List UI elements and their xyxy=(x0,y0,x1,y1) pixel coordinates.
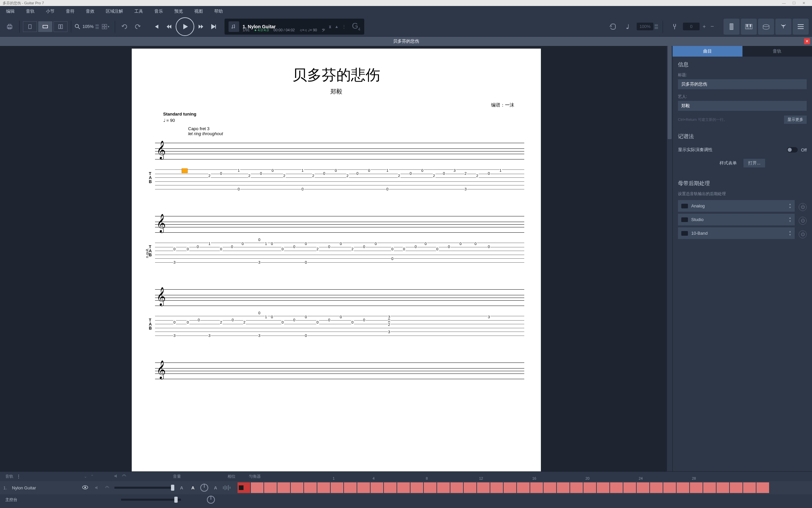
speed-value[interactable]: 100% xyxy=(637,23,653,30)
mastering-analog[interactable]: Analog ▲▼ xyxy=(678,200,795,212)
open-stylesheet-button[interactable]: 打开... xyxy=(744,159,765,167)
menu-edit[interactable]: 编辑 xyxy=(3,7,17,16)
pitch-value[interactable]: 0 xyxy=(683,23,700,30)
countdown-icon[interactable]: ⧗ xyxy=(329,24,331,29)
speed-trainer-button[interactable] xyxy=(621,19,635,34)
visibility-toggle[interactable] xyxy=(82,484,90,492)
view-horizontal[interactable] xyxy=(38,21,52,32)
pan-knob[interactable] xyxy=(200,484,208,492)
automation-write[interactable]: A xyxy=(189,484,197,492)
10band-power-button[interactable]: ⏻ xyxy=(799,230,807,238)
menu-track[interactable]: 音轨 xyxy=(23,7,37,16)
tab-close-button[interactable]: ✕ xyxy=(804,38,810,44)
collapse-down-button[interactable]: ⌄ xyxy=(84,474,87,479)
zoom-control[interactable]: 105% xyxy=(75,24,99,30)
menu-view[interactable]: 视图 xyxy=(192,7,205,16)
menu-tools[interactable]: 工具 xyxy=(132,7,146,16)
menu-sound[interactable]: 音乐 xyxy=(152,7,166,16)
tuning-toggle-label: 显示实际演奏调性 xyxy=(678,147,713,153)
tracks-menu-button[interactable]: ⋮ xyxy=(17,474,20,479)
master-pan-knob[interactable] xyxy=(207,496,215,504)
menu-bar: 编辑 音轨 小节 音符 音效 区域注解 工具 音乐 预览 视图 帮助 xyxy=(0,6,812,17)
svg-rect-19 xyxy=(747,24,748,27)
staff-system-4[interactable]: 𝄞 xyxy=(148,363,524,382)
collapse-up-button[interactable]: ⌃ xyxy=(91,474,94,479)
rewind-button[interactable] xyxy=(163,20,175,33)
play-button[interactable] xyxy=(176,17,194,36)
tab-label: TAB xyxy=(149,172,152,184)
view-vertical[interactable] xyxy=(54,21,67,32)
track-row-1[interactable]: 1. Nylon Guitar A A A xyxy=(0,481,812,494)
artist-field[interactable]: 郑毅 xyxy=(678,101,807,111)
automation-read[interactable]: A xyxy=(178,484,186,492)
mastering-10band[interactable]: 10-Band ▲▼ xyxy=(678,227,795,239)
keyboard-button[interactable] xyxy=(741,18,757,35)
undo-button[interactable] xyxy=(118,20,131,33)
menu-note[interactable]: 音符 xyxy=(63,7,77,16)
eq-header-label: 匀衡器 xyxy=(249,474,261,479)
eq-button[interactable] xyxy=(223,485,231,491)
view-mode-group xyxy=(23,21,67,32)
tuning-toggle[interactable] xyxy=(787,147,798,153)
design-mode-button[interactable]: ▾ xyxy=(99,20,111,33)
redo-button[interactable] xyxy=(131,20,144,33)
minimize-button[interactable]: — xyxy=(782,1,786,5)
master-volume-slider[interactable] xyxy=(121,499,181,501)
pitch-down[interactable]: − xyxy=(709,19,716,34)
list-icon xyxy=(796,22,805,31)
more-icon[interactable]: ⋮ xyxy=(342,24,346,29)
track-timeline[interactable] xyxy=(238,482,809,493)
panel-tab-track[interactable]: 音轨 xyxy=(743,46,812,56)
svg-point-13 xyxy=(626,28,628,29)
menu-help[interactable]: 帮助 xyxy=(211,7,226,16)
maximize-button[interactable]: ☐ xyxy=(793,1,796,5)
studio-power-button[interactable]: ⏻ xyxy=(799,217,807,225)
solo-button[interactable] xyxy=(103,484,111,492)
panel-tab-song[interactable]: 曲目 xyxy=(673,46,743,56)
mute-button[interactable] xyxy=(93,484,101,492)
mastering-studio[interactable]: Studio ▲▼ xyxy=(678,214,795,225)
menu-section[interactable]: 区域注解 xyxy=(103,7,126,16)
view-single-page[interactable] xyxy=(23,21,37,32)
fretboard-button[interactable] xyxy=(723,18,739,35)
zoom-up[interactable] xyxy=(95,24,99,26)
metronome-icon[interactable]: ▲ xyxy=(335,24,339,29)
tuner-button[interactable] xyxy=(668,19,682,34)
line-in-button[interactable] xyxy=(775,18,792,35)
master-console-row[interactable]: 主控台 A A xyxy=(0,494,812,505)
speed-up[interactable] xyxy=(655,24,658,26)
vertical-scrollbar[interactable] xyxy=(667,46,672,471)
show-more-button[interactable]: 显示更多 xyxy=(784,116,807,124)
document-tab-title[interactable]: 贝多芬的悲伤 xyxy=(393,38,419,44)
close-button[interactable]: ✕ xyxy=(802,1,805,5)
svg-rect-6 xyxy=(61,25,62,29)
pan-automation[interactable]: A xyxy=(211,484,220,492)
global-view-button[interactable] xyxy=(793,18,809,35)
score-capo: Capo fret 3 xyxy=(188,126,524,131)
title-field[interactable]: 贝多芬的悲伤 xyxy=(678,79,807,89)
drums-button[interactable] xyxy=(758,18,774,35)
zoom-down[interactable] xyxy=(95,27,99,29)
menu-bar-item[interactable]: 小节 xyxy=(43,7,57,16)
zoom-icon xyxy=(75,24,81,30)
edit-cursor[interactable] xyxy=(182,168,188,173)
staff-system-3[interactable]: 𝄞 TAB 03 00 32 02 01 30 00 00 00 00 xyxy=(148,289,524,343)
speed-down[interactable] xyxy=(655,27,658,29)
track-display[interactable]: 1. Nylon Guitar ⧗ ▲ ⋮ G4 1/91 ● 4.0:4.0 … xyxy=(225,18,364,35)
volume-slider[interactable] xyxy=(114,487,174,489)
forward-button[interactable] xyxy=(195,20,207,33)
score-viewport[interactable]: 贝多芬的悲伤 郑毅 编谱：一沫 Standard tuning ♩ = 90 C… xyxy=(0,46,672,471)
menu-preview[interactable]: 预览 xyxy=(172,7,186,16)
go-start-button[interactable] xyxy=(150,20,162,33)
staff-system-2[interactable]: 𝄞 TAB 03 00 10 00 01 30 00 00 20 02 xyxy=(148,216,524,269)
title-label: 标题: xyxy=(678,72,807,78)
menu-effects[interactable]: 音效 xyxy=(83,7,97,16)
pitch-up[interactable]: + xyxy=(701,19,708,34)
print-button[interactable] xyxy=(3,20,16,33)
go-end-button[interactable] xyxy=(207,20,220,33)
staff-system-1[interactable]: 𝄞 TAB 20 10 20 02 10 20 02 00 10 xyxy=(148,143,524,196)
analog-power-button[interactable]: ⏻ xyxy=(799,203,807,211)
guitar-icon xyxy=(727,22,736,31)
window-titlebar: 多芬的悲伤 - Guitar Pro 7 — ☐ ✕ xyxy=(0,0,812,6)
loop-button[interactable] xyxy=(606,19,620,34)
